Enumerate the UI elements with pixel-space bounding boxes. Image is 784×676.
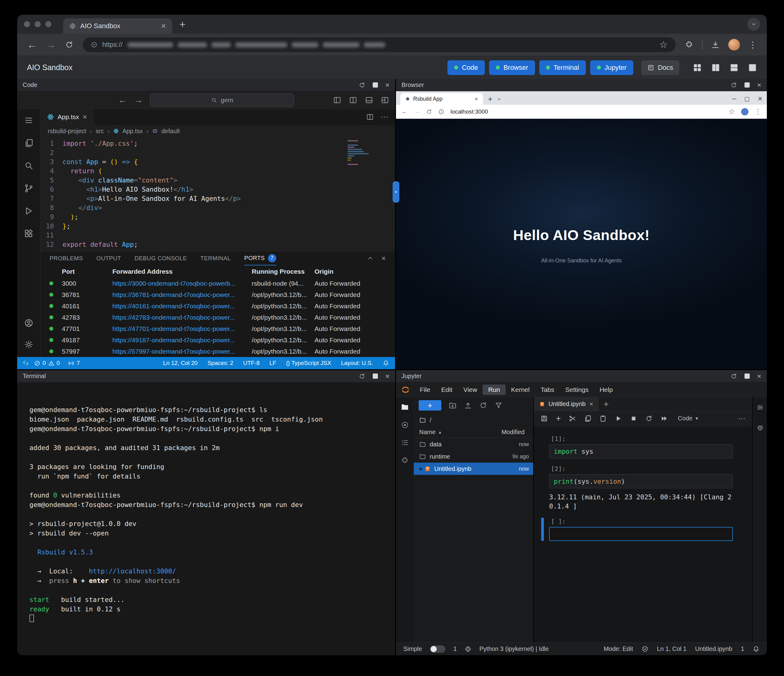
site-info-icon[interactable] <box>438 109 444 115</box>
cell-input[interactable]: print(sys.version) <box>549 474 733 488</box>
extensions-puzzle-icon[interactable] <box>685 40 693 49</box>
tab-close-icon[interactable]: × <box>161 22 166 30</box>
address-bar[interactable]: https:// ☆ <box>83 37 675 52</box>
refresh-icon[interactable] <box>479 401 487 409</box>
keyboard-layout[interactable]: Layout: U.S. <box>341 360 373 367</box>
forwarded-address-link[interactable]: https://47701-ondemand-t7osqboc-power... <box>112 325 252 333</box>
cell-type-dropdown[interactable]: Code ▾ <box>678 415 698 422</box>
back-button[interactable]: ← <box>401 108 408 115</box>
simple-mode-toggle[interactable] <box>430 645 445 653</box>
close-panel-icon[interactable]: × <box>757 81 761 89</box>
extension-manager-icon[interactable] <box>401 457 409 465</box>
menu-run[interactable]: Run <box>483 385 506 395</box>
embedded-browser-tab[interactable]: Rsbuild App × <box>400 93 483 105</box>
restore-panel-icon[interactable] <box>745 373 750 379</box>
column-modified[interactable]: Modified <box>501 429 528 436</box>
restore-panel-icon[interactable] <box>373 373 378 379</box>
window-controls[interactable] <box>24 21 51 27</box>
more-actions-icon[interactable]: ⋯ <box>381 113 388 121</box>
menu-settings[interactable]: Settings <box>560 385 594 395</box>
tab-output[interactable]: OUTPUT <box>96 251 121 266</box>
menu-file[interactable]: File <box>414 385 436 395</box>
menu-view[interactable]: View <box>458 385 483 395</box>
upload-icon[interactable] <box>464 401 472 409</box>
file-browser-breadcrumb[interactable]: / <box>414 413 533 426</box>
ports-row[interactable]: 47701https://47701-ondemand-t7osqboc-pow… <box>40 323 395 334</box>
search-sidebar-icon[interactable] <box>24 161 33 170</box>
forwarded-address-link[interactable]: https://57997-ondemand-t7osqboc-power... <box>112 348 252 355</box>
filter-icon[interactable] <box>495 401 502 409</box>
table-of-contents-icon[interactable] <box>401 439 409 447</box>
cut-cell-icon[interactable] <box>569 415 576 422</box>
file-list-header[interactable]: Name ▲ Modified <box>414 426 533 438</box>
new-folder-icon[interactable] <box>449 401 457 409</box>
header-button-jupyter[interactable]: Jupyter <box>590 60 633 75</box>
site-info-icon[interactable] <box>91 41 97 48</box>
code-editor[interactable]: 1import './App.css';2 3const App = () =>… <box>40 137 395 251</box>
breadcrumb-item[interactable]: default <box>162 127 180 135</box>
new-notebook-tab-button[interactable]: + <box>599 397 613 411</box>
run-cell-icon[interactable] <box>614 415 622 422</box>
panel-resize-handle[interactable] <box>393 181 399 203</box>
forwarded-address-link[interactable]: https://49187-ondemand-t7osqboc-power... <box>112 336 252 344</box>
terminal-output[interactable]: gem@ondemand-t7osqboc-powerbmiuo-fspfs:~… <box>17 382 395 655</box>
kernel-indicator-icon[interactable] <box>465 646 471 653</box>
close-tab-icon[interactable]: × <box>589 400 593 408</box>
eol[interactable]: LF <box>269 360 276 367</box>
tab-problems[interactable]: PROBLEMS <box>50 251 83 266</box>
menu-help[interactable]: Help <box>594 385 618 395</box>
forwarded-address-link[interactable]: https://40161-ondemand-t7osqboc-power... <box>112 303 252 310</box>
close-tab-icon[interactable]: × <box>83 113 87 121</box>
profile-avatar[interactable] <box>741 108 748 115</box>
column-name[interactable]: Name <box>419 429 436 436</box>
forwarded-address-link[interactable]: https://36781-ondemand-t7osqboc-power... <box>112 291 252 298</box>
file-row-runtime[interactable]: runtime 9s ago <box>414 451 533 463</box>
language-mode[interactable]: {} TypeScript JSX <box>286 360 331 367</box>
notebook-cell[interactable]: [1]: import sys <box>549 435 752 458</box>
debugger-bug-icon[interactable] <box>756 424 764 431</box>
forwarded-address-link[interactable]: https://42783-ondemand-t7osqboc-power... <box>112 314 252 321</box>
refresh-panel-icon[interactable] <box>730 82 737 89</box>
property-inspector-icon[interactable] <box>756 404 764 411</box>
paste-cell-icon[interactable] <box>599 415 607 422</box>
breadcrumb[interactable]: rsbuild-project › src › App.tsx › defaul… <box>40 125 395 137</box>
split-editor-icon[interactable] <box>366 113 373 121</box>
notifications-count[interactable]: 1 <box>741 645 744 653</box>
forward-button[interactable]: → <box>414 108 420 115</box>
notebook-cell[interactable]: [2]: print(sys.version) 3.12.11 (main, J… <box>549 465 752 511</box>
path-root[interactable]: / <box>430 416 431 424</box>
explorer-icon[interactable] <box>24 138 33 148</box>
command-center-search[interactable]: gem <box>150 93 294 107</box>
editor-back-icon[interactable]: ← <box>118 96 127 104</box>
breadcrumb-item[interactable]: src <box>96 127 104 135</box>
tab-terminal[interactable]: TERMINAL <box>200 251 230 266</box>
header-button-browser[interactable]: Browser <box>489 60 535 75</box>
header-button-terminal[interactable]: Terminal <box>539 60 586 75</box>
split-editor-icon[interactable] <box>349 96 357 104</box>
profile-avatar[interactable] <box>728 39 740 51</box>
edit-mode-indicator[interactable]: Mode: Edit <box>604 645 633 653</box>
extensions-icon[interactable] <box>24 229 33 238</box>
run-all-icon[interactable] <box>661 415 668 422</box>
tab-ports[interactable]: PORTS7 <box>244 251 276 266</box>
new-launcher-button[interactable]: + <box>418 400 441 410</box>
file-browser-icon[interactable] <box>401 402 409 411</box>
tab-search-button[interactable] <box>747 18 760 31</box>
restore-panel-icon[interactable] <box>745 82 750 87</box>
refresh-panel-icon[interactable] <box>359 82 366 89</box>
indentation[interactable]: Spaces: 2 <box>207 360 233 367</box>
refresh-panel-icon[interactable] <box>730 373 737 380</box>
maximize-panel-icon[interactable] <box>367 255 373 262</box>
tab-debug-console[interactable]: DEBUG CONSOLE <box>134 251 187 266</box>
ports-row[interactable]: 57997https://57997-ondemand-t7osqboc-pow… <box>40 346 395 357</box>
settings-gear-icon[interactable] <box>24 340 33 349</box>
ports-row[interactable]: 3000https://3000-ondemand-t7osqboc-power… <box>40 278 395 289</box>
account-icon[interactable] <box>24 319 33 328</box>
menu-kebab-icon[interactable]: ⋮ <box>754 108 761 116</box>
restart-kernel-icon[interactable] <box>645 415 653 422</box>
ports-row[interactable]: 42783https://42783-ondemand-t7osqboc-pow… <box>40 312 395 323</box>
toggle-sidebar-icon[interactable] <box>333 96 341 104</box>
minimize-window-button[interactable] <box>34 21 41 27</box>
layout-single-icon[interactable] <box>748 63 757 72</box>
header-button-code[interactable]: Code <box>447 60 485 75</box>
